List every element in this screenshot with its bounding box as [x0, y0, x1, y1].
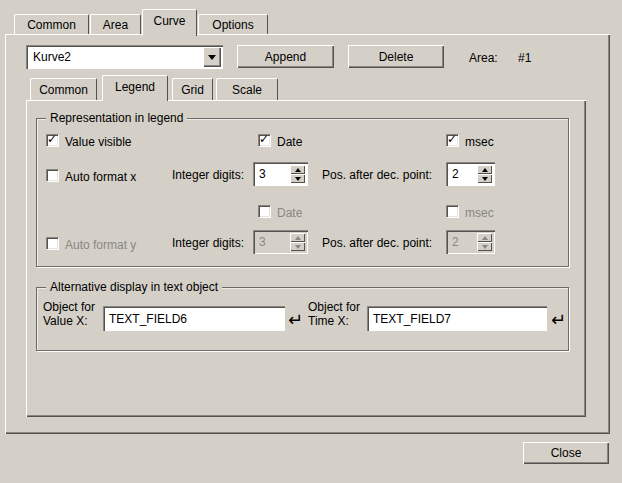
area-value: #1: [518, 51, 531, 65]
object-for-time-x-label: Object for Time X:: [308, 300, 360, 328]
delete-button[interactable]: Delete: [348, 45, 444, 68]
check-icon: ✓: [447, 132, 457, 146]
triangle-down-icon: [482, 177, 488, 181]
spin-down-button: [477, 242, 492, 251]
object-for-time-x-line1: Object for: [308, 300, 360, 314]
triangle-down-icon: [482, 245, 488, 249]
date-y-label: Date: [277, 206, 302, 220]
tab-common-outer[interactable]: Common: [14, 14, 89, 34]
spin-up-button: [477, 233, 492, 242]
check-icon: ✓: [47, 132, 57, 146]
check-icon: ✓: [259, 132, 269, 146]
spin-down-button[interactable]: [290, 174, 305, 183]
combo-dropdown-button[interactable]: [203, 47, 221, 67]
spin-down-button: [290, 242, 305, 251]
auto-format-x-checkbox[interactable]: [46, 169, 59, 182]
chevron-down-icon: [208, 55, 216, 60]
spin-up-button: [290, 233, 305, 242]
tab-common-outer-label: Common: [27, 18, 76, 32]
msec-x-label: msec: [465, 135, 494, 149]
integer-digits-x-spinner: [253, 162, 308, 186]
tab-area-label: Area: [103, 18, 128, 32]
return-key-icon: ↵: [288, 311, 303, 329]
auto-format-y-label: Auto format y: [65, 238, 136, 252]
tab-scale[interactable]: Scale: [216, 78, 278, 100]
curve-select-combobox[interactable]: Kurve2: [26, 45, 223, 69]
integer-digits-y-spinner: [253, 230, 308, 254]
auto-format-x-label: Auto format x: [65, 170, 136, 184]
tab-grid[interactable]: Grid: [172, 78, 213, 100]
tab-area[interactable]: Area: [90, 14, 141, 34]
area-label: Area:: [469, 51, 498, 65]
tab-grid-label: Grid: [181, 83, 204, 97]
close-button[interactable]: Close: [523, 442, 609, 464]
decimal-pos-y-label: Pos. after dec. point:: [322, 236, 432, 250]
msec-y-checkbox: [446, 205, 459, 218]
object-for-value-x-line2: Value X:: [43, 314, 87, 328]
value-visible-label: Value visible: [65, 135, 131, 149]
date-x-label: Date: [277, 135, 302, 149]
spin-up-button[interactable]: [477, 165, 492, 174]
delete-button-label: Delete: [379, 50, 414, 64]
tab-common-inner[interactable]: Common: [30, 78, 97, 100]
integer-digits-x-label: Integer digits:: [172, 168, 244, 182]
tab-scale-label: Scale: [232, 83, 262, 97]
tab-curve-label: Curve: [153, 14, 185, 28]
msec-y-label: msec: [465, 206, 494, 220]
date-y-checkbox: [258, 205, 271, 218]
decimal-pos-y-spinner: [446, 230, 495, 254]
tab-common-inner-label: Common: [39, 83, 88, 97]
triangle-up-icon: [295, 168, 301, 172]
object-for-value-x-label: Object for Value X:: [43, 300, 95, 328]
tab-curve[interactable]: Curve: [142, 9, 197, 36]
curve-properties-dialog: Common Area Curve Options Kurve2 Append …: [0, 0, 622, 483]
alternative-group-title: Alternative display in text object: [46, 280, 222, 294]
triangle-up-icon: [295, 236, 301, 240]
representation-group-title: Representation in legend: [46, 111, 187, 125]
decimal-pos-x-label: Pos. after dec. point:: [322, 168, 432, 182]
curve-select-value: Kurve2: [33, 50, 71, 64]
append-button-label: Append: [265, 50, 306, 64]
auto-format-y-checkbox: [46, 237, 59, 250]
msec-x-checkbox[interactable]: ✓: [446, 134, 459, 147]
close-button-label: Close: [551, 446, 582, 460]
triangle-down-icon: [295, 177, 301, 181]
append-button[interactable]: Append: [237, 45, 334, 68]
tab-legend[interactable]: Legend: [102, 75, 168, 101]
object-for-value-x-line1: Object for: [43, 300, 95, 314]
value-x-object-input[interactable]: [103, 306, 285, 331]
spin-down-button[interactable]: [477, 174, 492, 183]
date-x-checkbox[interactable]: ✓: [258, 134, 271, 147]
tab-options[interactable]: Options: [198, 14, 268, 34]
value-visible-checkbox[interactable]: ✓: [46, 134, 59, 147]
decimal-pos-x-spinner: [446, 162, 495, 186]
object-for-time-x-line2: Time X:: [308, 314, 349, 328]
return-key-icon: ↵: [551, 311, 566, 329]
tab-options-label: Options: [212, 18, 253, 32]
triangle-down-icon: [295, 245, 301, 249]
triangle-up-icon: [482, 168, 488, 172]
triangle-up-icon: [482, 236, 488, 240]
integer-digits-y-label: Integer digits:: [172, 236, 244, 250]
spin-up-button[interactable]: [290, 165, 305, 174]
time-x-object-input[interactable]: [367, 306, 547, 331]
tab-legend-label: Legend: [115, 80, 155, 94]
